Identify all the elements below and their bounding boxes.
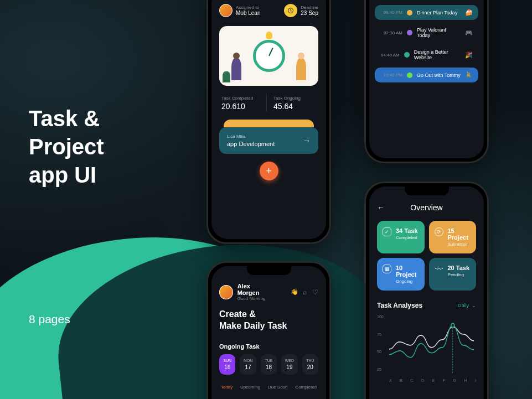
user-name: Alex Morgen [237,283,272,296]
tile-icon: ▦ [383,265,391,273]
project-card[interactable]: Lica Mika app Development → [219,127,318,154]
timeline-emoji-icon: 🚴 [465,71,473,79]
status-dot-icon [407,30,412,35]
tab-upcoming[interactable]: Upcoming [240,385,260,390]
timeline-label: Play Valorant Today [417,27,461,38]
deadline-value: 23 Sep [301,10,318,16]
phone-daily-task: Alex Morgen Good Morning 👋 ⌕ ♡ Create & … [206,261,331,399]
phone-notch [405,186,449,195]
avatar[interactable] [219,285,233,299]
section-ongoing: Ongoing Task [211,334,326,354]
tile-value: 20 Task [448,265,470,271]
timeline-item[interactable]: 10:40 PM Go Out with Tommy 🚴 [375,68,478,82]
promo-title: Task & Project app UI [29,105,104,190]
timeline-item[interactable]: 09:40 PM Dinner Plan Today 🍰 [375,5,478,20]
card-owner: Lica Mika [227,134,275,139]
timeline-emoji-icon: 🍰 [465,9,473,16]
day-number: 16 [220,364,234,370]
svg-point-2 [451,323,454,327]
chart-dropdown[interactable]: Daily ⌄ [458,303,476,308]
chart-title: Task Analyses [377,302,422,309]
add-button[interactable]: + [260,162,278,180]
card-title: app Development [227,141,275,147]
task-analyses-chart: 100755025 ABCDEFGHI [369,313,484,385]
phone-overview: ← Overview ✓ 34 Task Completed⟳ 15 Proje… [364,182,489,399]
stat-completed-value: 20.610 [221,102,264,111]
day-name: TUE [262,359,276,362]
day-number: 19 [282,364,296,370]
promo-pages: 8 pages [29,313,70,326]
status-dot-icon [404,52,410,58]
timeline-item[interactable]: 02:30 AM Play Valorant Today 🎮 [375,23,478,42]
phone-task-detail: Assigned to Mob Lean Deadline 23 Sep Tas… [206,0,331,244]
day-pill[interactable]: TUE18 [261,354,277,375]
day-pill[interactable]: WED19 [281,354,297,375]
tile-label: Completed [396,235,418,240]
hero-text: Create & Make Daily Task [211,304,326,334]
illustration [219,26,318,86]
search-icon[interactable]: ⌕ [303,288,307,296]
timeline-time: 02:30 AM [380,30,402,35]
tile-value: 10 Project [396,265,419,278]
day-name: MON [241,359,255,362]
day-pill[interactable]: THU20 [302,354,318,375]
day-name: THU [303,359,317,362]
page-title: Overview [377,203,476,212]
tile-label: Ongoing [396,279,419,284]
stat-ongoing-value: 45.64 [273,102,316,111]
tile-value: 34 Task [396,227,418,234]
tile-icon: 〰 [435,265,443,273]
assigned-label: Assigned to [236,5,260,10]
tab-due-soon[interactable]: Due Soon [268,385,288,390]
timeline-item[interactable]: 04:40 AM Design a Better Website 🎉 [375,45,478,64]
timeline-label: Dinner Plan Today [417,10,457,15]
timeline-item[interactable]: 02:30 AM Making Creating Idea 💡 [375,0,478,2]
clock-icon [284,4,297,17]
overview-tile[interactable]: 〰 20 Task Pending [429,258,477,291]
tile-label: Pending [448,272,470,277]
timeline-emoji-icon: 🎮 [465,29,473,37]
timeline-label: Design a Better Website [414,49,461,60]
day-number: 18 [262,364,276,370]
deadline-label: Deadline [301,5,318,10]
tile-icon: ✓ [383,227,391,236]
bell-icon[interactable]: ♡ [312,288,318,296]
avatar[interactable] [219,4,233,17]
timeline-time: 09:40 PM [380,10,402,15]
day-number: 17 [241,364,255,370]
tab-today[interactable]: Today [221,385,233,390]
timeline-emoji-icon: 🎉 [465,51,473,59]
timeline-time: 10:40 PM [380,72,402,77]
stat-completed-label: Task Completed [221,96,264,101]
assigned-value: Mob Lean [236,10,260,16]
overview-tile[interactable]: ⟳ 15 Project Submitted [429,221,477,253]
day-pill[interactable]: MON17 [240,354,256,375]
timeline-label: Go Out with Tommy [417,72,461,78]
arrow-right-icon: → [303,136,311,145]
overview-tile[interactable]: ✓ 34 Task Completed [377,221,425,253]
tile-value: 15 Project [448,227,471,241]
status-dot-icon [407,10,412,15]
phone-timeline: 11:50 AM ✓ Meetup with Boss 👥02:30 AM Ma… [364,0,489,163]
status-dot-icon [407,72,412,78]
phone-notch [247,266,291,275]
card-back [224,120,314,127]
wave-icon: 👋 [291,288,298,296]
day-pill[interactable]: SUN16 [219,354,235,375]
tile-icon: ⟳ [435,227,443,236]
day-name: SUN [220,359,234,362]
timeline-time: 04:40 AM [380,53,400,58]
tile-label: Submitted [448,242,471,247]
day-name: WED [282,359,296,362]
greeting: Good Morning [237,296,272,301]
day-number: 20 [303,364,317,370]
overview-tile[interactable]: ▦ 10 Project Ongoing [377,258,425,291]
tab-completed[interactable]: Completed [295,385,317,390]
stat-ongoing-label: Task Ongoing [273,96,316,101]
